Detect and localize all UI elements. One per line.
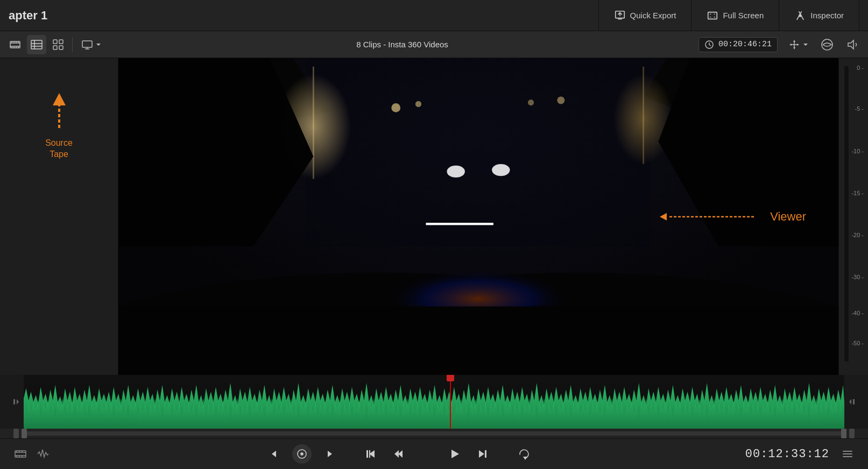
toolbar: 8 Clips - Insta 360 Videos 00:20:46:21 [0, 31, 868, 58]
grid-view-button[interactable] [48, 35, 68, 54]
svg-rect-15 [31, 40, 42, 49]
settings-menu-button[interactable] [838, 444, 857, 464]
play-button[interactable] [445, 444, 464, 464]
svg-marker-27 [793, 40, 795, 42]
hamburger-menu-icon [842, 448, 853, 460]
timeline-right-icon [848, 398, 856, 406]
transport-center-controls [53, 444, 745, 464]
loop-button[interactable] [514, 444, 533, 464]
prev-frame-button[interactable] [264, 444, 284, 464]
svg-marker-32 [848, 40, 853, 49]
svg-rect-49 [118, 307, 838, 375]
svg-marker-69 [328, 451, 332, 457]
inspector-button[interactable]: Inspector [779, 0, 859, 31]
filmstrip-small-icon [14, 447, 27, 460]
playhead-line [450, 375, 451, 429]
go-to-start-button[interactable] [361, 444, 380, 464]
volume-button[interactable] [843, 35, 863, 54]
next-frame-icon [324, 449, 335, 459]
svg-point-45 [447, 166, 464, 177]
meter-label-0: 0 - [857, 65, 864, 71]
go-to-end-button[interactable] [473, 444, 492, 464]
svg-point-43 [528, 100, 534, 105]
next-frame-button[interactable] [320, 444, 340, 464]
svg-marker-34 [53, 93, 66, 105]
stop-button[interactable] [417, 444, 436, 464]
svg-rect-53 [13, 399, 15, 404]
svg-rect-72 [366, 450, 368, 458]
grid-view-icon [52, 39, 64, 51]
app-title: apter 1 [9, 9, 598, 23]
video-frame: Viewer [118, 58, 838, 375]
toolbar-separator-1 [72, 37, 73, 52]
svg-marker-66 [272, 451, 276, 457]
timecode-display[interactable]: 00:20:46:21 [698, 37, 778, 52]
svg-marker-52 [660, 213, 667, 221]
meter-label-5: -5 - [855, 105, 864, 112]
go-to-end-icon [477, 448, 489, 460]
filmstrip-view-button[interactable] [5, 35, 25, 54]
volume-meter-panel: 0 - -5 - -10 - -15 - -20 - -30 - -40 - -… [838, 58, 868, 375]
scroll-left-handle[interactable] [11, 429, 22, 438]
scroll-right-handle[interactable] [846, 429, 857, 438]
svg-rect-79 [843, 451, 852, 452]
display-options-button[interactable] [77, 37, 106, 53]
timecode-icon [704, 40, 714, 49]
waveform-icon [37, 447, 50, 460]
timeline-scrollbar[interactable] [0, 429, 868, 438]
svg-rect-81 [843, 456, 852, 457]
rewind-icon [393, 448, 405, 460]
waveform-container[interactable] [24, 375, 844, 429]
prev-frame-icon [269, 449, 279, 459]
clip-info: 8 Clips - Insta 360 Videos [108, 40, 696, 49]
clip-view-button[interactable] [11, 444, 30, 464]
jog-button[interactable] [292, 444, 312, 464]
svg-marker-71 [369, 450, 370, 458]
top-bar: apter 1 Quick Export Full Screen Inspect… [0, 0, 868, 31]
timeline-right-edge[interactable] [846, 375, 857, 429]
volume-meter-scale: 0 - -5 - -10 - -15 - -20 - -30 - -40 - -… [839, 63, 868, 364]
loop-icon [518, 448, 530, 460]
transform-chevron-icon [802, 41, 809, 48]
timeline-area [0, 375, 868, 429]
360-view-button[interactable] [817, 35, 837, 54]
volume-icon [846, 38, 859, 51]
viewer-container: Viewer [118, 58, 838, 375]
meter-label-40: -40 - [851, 310, 864, 316]
transport-right-controls: 00:12:33:12 [745, 444, 857, 464]
list-view-button[interactable] [27, 35, 46, 54]
play-icon [449, 448, 461, 460]
svg-marker-29 [789, 44, 792, 46]
svg-marker-78 [523, 457, 527, 460]
waveform-svg [24, 375, 844, 429]
transport-left-controls [11, 444, 53, 464]
chevron-down-icon [95, 41, 102, 48]
quick-export-button[interactable]: Quick Export [598, 0, 692, 31]
audio-waveform-button[interactable] [33, 444, 53, 464]
timeline-left-edge[interactable] [11, 375, 22, 429]
transform-button[interactable] [784, 37, 813, 53]
svg-marker-28 [793, 47, 795, 49]
scrollbar-track[interactable] [22, 431, 846, 436]
svg-marker-73 [398, 450, 403, 458]
video-area[interactable]: Viewer [118, 58, 838, 375]
list-view-icon [31, 39, 43, 51]
scroll-handle-left[interactable] [22, 429, 27, 438]
svg-point-68 [301, 453, 303, 455]
svg-point-41 [391, 103, 400, 112]
svg-rect-36 [306, 58, 651, 246]
svg-rect-22 [59, 46, 63, 49]
full-screen-button[interactable]: Full Screen [691, 0, 779, 31]
bottom-section: 00:12:33:12 [0, 375, 868, 469]
rewind-button[interactable] [389, 444, 408, 464]
scroll-handle-right[interactable] [841, 429, 846, 438]
current-timecode: 00:12:33:12 [745, 447, 829, 461]
svg-marker-75 [451, 450, 459, 458]
svg-rect-19 [53, 40, 57, 44]
svg-rect-20 [59, 40, 63, 44]
playhead-marker[interactable] [447, 375, 454, 381]
source-tape-label: SourceTape [45, 138, 73, 160]
viewer-arrow-icon [657, 209, 765, 225]
source-tape-button[interactable]: SourceTape [43, 90, 75, 160]
go-to-start-icon [365, 448, 377, 460]
